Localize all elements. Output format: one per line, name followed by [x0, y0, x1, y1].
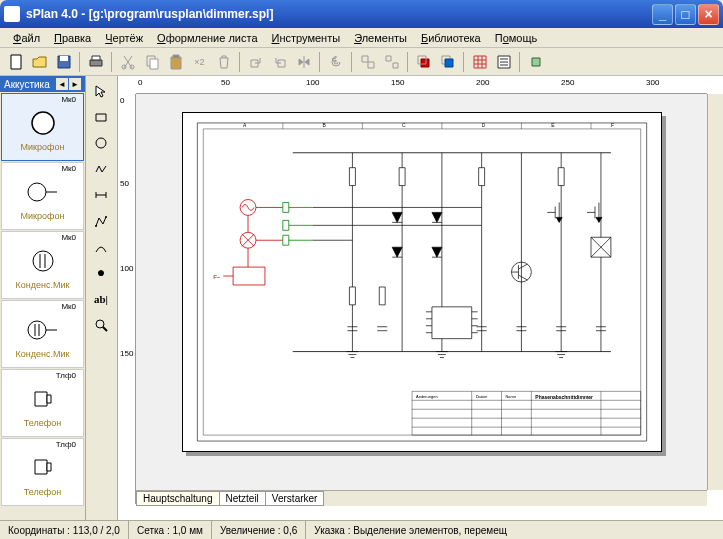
svg-rect-36	[47, 463, 51, 471]
svg-text:D: D	[482, 123, 486, 128]
svg-rect-33	[35, 392, 47, 406]
palette-item[interactable]: Мк0 Конденс.Мик	[1, 231, 84, 299]
duplicate-button[interactable]: ×2	[188, 51, 211, 73]
vertical-scrollbar[interactable]	[707, 94, 723, 490]
zigzag-tool[interactable]	[88, 157, 114, 181]
sheet-tab[interactable]: Hauptschaltung	[136, 491, 220, 506]
bring-front-button[interactable]	[412, 51, 435, 73]
palette-item[interactable]: Тлф0 Телефон	[1, 438, 84, 506]
menu-file[interactable]: Файл	[6, 30, 47, 46]
palette-item[interactable]: Тлф0 Телефон	[1, 369, 84, 437]
svg-rect-139	[412, 391, 641, 435]
status-grid: Сетка : 1,0 мм	[129, 521, 212, 539]
sheet-tabs-area: Hauptschaltung Netzteil Verstarker	[136, 490, 707, 506]
arc-tool[interactable]	[88, 235, 114, 259]
menu-edit[interactable]: Правка	[47, 30, 98, 46]
sheet-tab[interactable]: Netzteil	[219, 491, 266, 506]
svg-rect-13	[362, 56, 368, 62]
microphone-icon	[18, 105, 68, 141]
rotate-right-button[interactable]	[268, 51, 291, 73]
component-button[interactable]	[524, 51, 547, 73]
close-button[interactable]: ×	[698, 4, 719, 25]
svg-rect-37	[96, 114, 106, 121]
svg-point-26	[33, 251, 53, 271]
status-coords: Координаты : 113,0 / 2,0	[0, 521, 129, 539]
vertical-ruler: 0 50 100 150	[118, 94, 136, 504]
svg-rect-66	[233, 267, 265, 285]
circle-tool[interactable]	[88, 131, 114, 155]
paste-button[interactable]	[164, 51, 187, 73]
app-icon	[4, 6, 20, 22]
svg-text:B: B	[323, 123, 327, 128]
menubar: Файл Правка Чертёж Оформление листа Инст…	[0, 28, 723, 48]
grid-button[interactable]	[468, 51, 491, 73]
svg-rect-4	[92, 56, 100, 60]
svg-rect-16	[393, 63, 398, 68]
properties-button[interactable]	[492, 51, 515, 73]
palette-item[interactable]: Мк0 Микрофон	[1, 93, 84, 161]
svg-rect-2	[60, 56, 68, 61]
menu-layout[interactable]: Оформление листа	[150, 30, 264, 46]
svg-rect-69	[283, 202, 289, 212]
svg-rect-100	[349, 168, 355, 186]
send-back-button[interactable]	[436, 51, 459, 73]
svg-rect-9	[171, 57, 181, 69]
svg-rect-104	[349, 287, 355, 305]
microphone-icon	[18, 174, 68, 210]
cut-button[interactable]	[116, 51, 139, 73]
flip-h-button[interactable]	[292, 51, 315, 73]
svg-point-38	[96, 138, 106, 148]
text-tool[interactable]: ab|	[88, 287, 114, 311]
palette-category-tab[interactable]: Аккустика ◄►	[0, 76, 85, 92]
minimize-button[interactable]: _	[652, 4, 673, 25]
delete-button[interactable]	[212, 51, 235, 73]
ungroup-button[interactable]	[380, 51, 403, 73]
svg-text:E: E	[551, 123, 555, 128]
line-tool[interactable]	[88, 183, 114, 207]
svg-rect-127	[432, 307, 472, 339]
svg-rect-10	[173, 55, 179, 58]
palette-category-label: Аккустика	[4, 79, 50, 90]
status-zoom: Увеличение : 0,6	[212, 521, 306, 539]
zoom-tool[interactable]	[88, 313, 114, 337]
open-file-button[interactable]	[28, 51, 51, 73]
canvas-viewport[interactable]: ABCDEF F~	[136, 94, 707, 490]
menu-elements[interactable]: Элементы	[347, 30, 414, 46]
svg-point-5	[122, 65, 126, 69]
palette-prev-button[interactable]: ◄	[56, 78, 68, 90]
undo-button[interactable]	[324, 51, 347, 73]
copy-button[interactable]	[140, 51, 163, 73]
drawing-tools: ● ab|	[86, 76, 118, 520]
svg-rect-101	[399, 168, 405, 186]
main-toolbar: ×2	[0, 48, 723, 76]
svg-line-93	[518, 275, 527, 280]
phone-icon	[18, 450, 68, 486]
titlebar: sPlan 4.0 - [g:\program\rusplan\dimmer.s…	[0, 0, 723, 28]
polyline-tool[interactable]	[88, 209, 114, 233]
svg-rect-20	[445, 59, 453, 67]
sheet-tab[interactable]: Verstarker	[265, 491, 325, 506]
palette-next-button[interactable]: ►	[69, 78, 81, 90]
rotate-left-button[interactable]	[244, 51, 267, 73]
pointer-tool[interactable]	[88, 79, 114, 103]
new-file-button[interactable]	[4, 51, 27, 73]
menu-drawing[interactable]: Чертёж	[98, 30, 150, 46]
svg-point-6	[130, 65, 134, 69]
palette-item[interactable]: Мк0 Микрофон	[1, 162, 84, 230]
statusbar: Координаты : 113,0 / 2,0 Сетка : 1,0 мм …	[0, 520, 723, 539]
print-button[interactable]	[84, 51, 107, 73]
menu-library[interactable]: Библиотека	[414, 30, 488, 46]
rect-tool[interactable]	[88, 105, 114, 129]
main-area: Аккустика ◄► Мк0 Микрофон Мк0 Микрофон М…	[0, 76, 723, 520]
menu-instruments[interactable]: Инструменты	[265, 30, 348, 46]
svg-rect-34	[47, 395, 51, 403]
group-button[interactable]	[356, 51, 379, 73]
menu-help[interactable]: Помощь	[488, 30, 545, 46]
palette-item[interactable]: Мк0 Конденс.Мик	[1, 300, 84, 368]
save-file-button[interactable]	[52, 51, 75, 73]
maximize-button[interactable]: □	[675, 4, 696, 25]
canvas-area: 0 50 100 150 200 250 300 0 50 100 150 AB…	[118, 76, 723, 520]
svg-rect-71	[283, 220, 289, 230]
svg-rect-15	[386, 56, 391, 61]
node-tool[interactable]: ●	[88, 261, 114, 285]
